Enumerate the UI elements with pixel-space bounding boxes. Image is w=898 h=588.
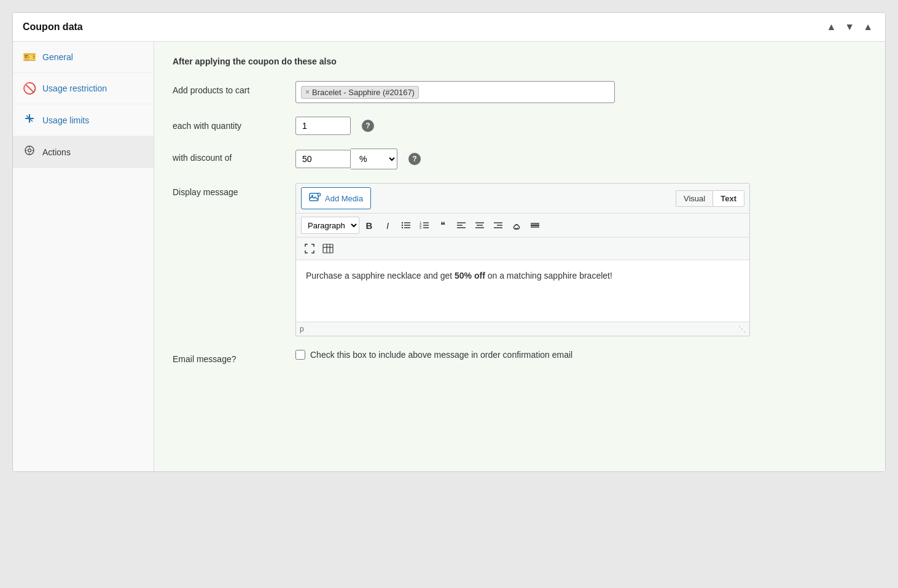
sidebar: 🎫 General 🚫 Usage restriction Usage limi… — [13, 42, 154, 471]
add-products-row: Add products to cart × Bracelet - Sapphi… — [173, 81, 867, 103]
quantity-row: each with quantity ? — [173, 117, 867, 135]
panel-header-controls: ▲ ▼ ▲ — [824, 20, 875, 34]
discount-help-icon[interactable]: ? — [408, 153, 421, 165]
view-tabs: Visual Text — [676, 190, 744, 207]
restriction-icon: 🚫 — [23, 82, 36, 95]
sidebar-item-label: Usage limits — [42, 115, 89, 125]
discount-field-group: % $ Fixed — [295, 149, 397, 169]
product-tag: × Bracelet - Sapphire (#20167) — [301, 86, 419, 99]
sidebar-item-usage-restriction[interactable]: 🚫 Usage restriction — [13, 73, 154, 104]
panel-header: Coupon data ▲ ▼ ▲ — [13, 13, 885, 42]
sidebar-item-label: General — [42, 52, 73, 62]
email-checkbox-text: Check this box to include above message … — [310, 350, 572, 360]
add-media-button[interactable]: Add Media — [301, 187, 371, 209]
general-icon: 🎫 — [23, 50, 36, 64]
discount-control: % $ Fixed ? — [295, 149, 867, 169]
link-button[interactable] — [508, 217, 525, 234]
add-products-label: Add products to cart — [173, 81, 295, 95]
svg-rect-38 — [323, 244, 333, 253]
email-message-label: Email message? — [173, 350, 295, 364]
quantity-label: each with quantity — [173, 117, 295, 131]
format-select[interactable]: Paragraph Heading 1 Heading 2 — [301, 217, 359, 234]
add-products-control: × Bracelet - Sapphire (#20167) — [295, 81, 867, 103]
email-message-control: Check this box to include above message … — [295, 350, 867, 360]
svg-point-19 — [402, 227, 403, 228]
quantity-input-row: ? — [295, 117, 867, 135]
sidebar-item-label: Actions — [42, 147, 71, 157]
display-message-row: Display message — [173, 183, 867, 336]
editor-bold-text: 50% off — [455, 271, 485, 280]
svg-text:3.: 3. — [420, 226, 422, 230]
sidebar-item-general[interactable]: 🎫 General — [13, 42, 154, 73]
tab-text[interactable]: Text — [713, 190, 744, 207]
editor-content-text: Purchase a sapphire necklace and get 50%… — [306, 269, 740, 282]
horizontal-rule-button[interactable] — [526, 217, 544, 234]
editor-wrapper: Add Media Visual Text Paragraph Head — [295, 183, 750, 336]
editor-content-area[interactable]: Purchase a sapphire necklace and get 50%… — [296, 260, 749, 322]
tab-visual[interactable]: Visual — [676, 190, 713, 207]
section-title: After applying the coupon do these also — [173, 56, 867, 66]
align-center-button[interactable] — [471, 217, 488, 234]
email-message-row: Email message? Check this box to include… — [173, 350, 867, 364]
discount-label: with discount of — [173, 149, 295, 163]
limits-icon — [23, 113, 36, 127]
sidebar-item-label: Usage restriction — [42, 83, 107, 93]
quantity-input[interactable] — [295, 117, 351, 135]
tag-remove-button[interactable]: × — [305, 88, 310, 96]
table-button[interactable] — [319, 240, 337, 257]
tag-label: Bracelet - Sapphire (#20167) — [312, 88, 415, 97]
align-left-button[interactable] — [453, 217, 470, 234]
discount-input-row: % $ Fixed ? — [295, 149, 867, 169]
discount-unit-select[interactable]: % $ Fixed — [351, 149, 397, 169]
editor-resize-handle[interactable]: ⋱ — [738, 325, 746, 333]
display-message-label: Display message — [173, 183, 295, 197]
editor-topbar: Add Media Visual Text — [296, 184, 749, 214]
svg-point-18 — [402, 225, 403, 226]
actions-icon — [23, 145, 36, 159]
ordered-list-button[interactable]: 1.2.3. — [416, 217, 433, 234]
email-checkbox-label[interactable]: Check this box to include above message … — [295, 350, 867, 360]
unordered-list-button[interactable] — [397, 217, 415, 234]
tag-input-box[interactable]: × Bracelet - Sapphire (#20167) — [295, 81, 615, 103]
discount-input[interactable] — [295, 150, 351, 168]
panel-up-button[interactable]: ▲ — [824, 20, 838, 34]
align-right-button[interactable] — [490, 217, 507, 234]
coupon-data-panel: Coupon data ▲ ▼ ▲ 🎫 General 🚫 Usage rest… — [12, 12, 886, 472]
panel-title: Coupon data — [23, 21, 83, 33]
svg-point-4 — [28, 149, 31, 152]
italic-button[interactable]: I — [379, 217, 396, 234]
panel-body: 🎫 General 🚫 Usage restriction Usage limi… — [13, 42, 885, 471]
panel-collapse-button[interactable]: ▲ — [861, 20, 875, 34]
blockquote-button[interactable]: ❝ — [434, 217, 451, 234]
discount-row: with discount of % $ Fixed ? — [173, 149, 867, 169]
editor-footer: p ⋱ — [296, 322, 749, 336]
add-media-icon — [309, 191, 321, 205]
sidebar-item-actions[interactable]: Actions — [13, 136, 154, 168]
email-checkbox[interactable] — [295, 350, 305, 360]
quantity-help-icon[interactable]: ? — [362, 120, 374, 132]
panel-down-button[interactable]: ▼ — [842, 20, 857, 34]
editor-toolbar-row2 — [296, 238, 749, 260]
editor-toolbar-row1: Paragraph Heading 1 Heading 2 B I 1.2.3. — [296, 214, 749, 238]
bold-button[interactable]: B — [361, 217, 378, 234]
display-message-control: Add Media Visual Text Paragraph Head — [295, 183, 867, 336]
add-media-label: Add Media — [325, 194, 363, 203]
svg-point-17 — [402, 222, 403, 223]
sidebar-item-usage-limits[interactable]: Usage limits — [13, 104, 154, 136]
main-content: After applying the coupon do these also … — [154, 42, 885, 471]
fullscreen-button[interactable] — [301, 240, 318, 257]
quantity-control: ? — [295, 117, 867, 135]
editor-path: p — [300, 325, 304, 333]
